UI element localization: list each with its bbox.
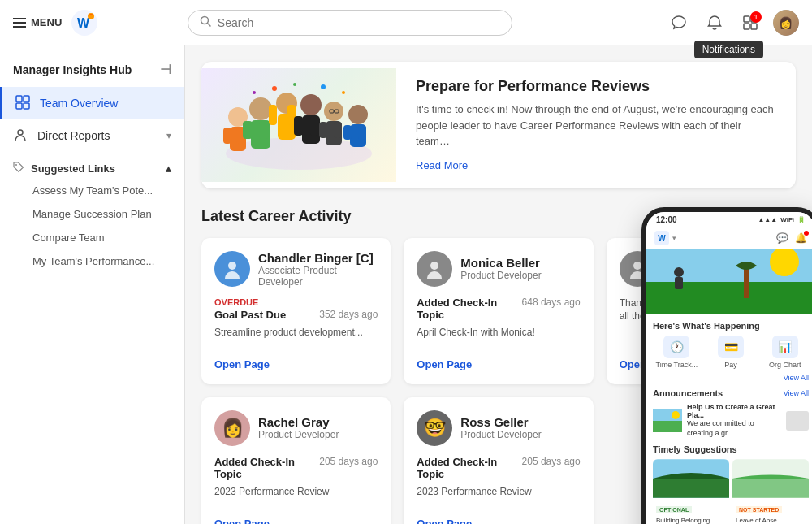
sidebar-link-performance[interactable]: My Team's Performance...	[0, 249, 184, 273]
avatar-chandler	[214, 251, 250, 287]
activity-title-monica: Added Check-In Topic	[417, 297, 515, 321]
search-icon	[200, 15, 211, 30]
card-monica: Monica Beller Product Developer Added Ch…	[404, 238, 593, 384]
svg-rect-54	[744, 266, 749, 298]
announcements-section: Announcements View All Help Us t	[653, 388, 809, 438]
card-ross: 🤓 Ross Geller Product Developer Added Ch…	[404, 397, 593, 525]
whats-happening-section: Here's What's Happening 🕐 Time Track... …	[653, 321, 809, 382]
svg-text:W: W	[77, 16, 90, 30]
svg-rect-26	[269, 105, 277, 125]
svg-point-55	[674, 267, 684, 277]
search-bar[interactable]	[188, 10, 512, 36]
card-name-rachel: Rachel Gray	[258, 415, 339, 429]
phone-content: Here's What's Happening 🕐 Time Track... …	[646, 314, 812, 524]
timely-suggestions-title: Timely Suggestions	[653, 444, 809, 454]
card-body-chandler: OVERDUE Goal Past Due 352 days ago Strea…	[214, 297, 378, 347]
sidebar-collapse-button[interactable]: ⊣	[160, 62, 171, 77]
svg-point-20	[249, 97, 272, 120]
phone-bell-icon[interactable]: 🔔	[795, 232, 807, 244]
card-body-monica: Added Check-In Topic 648 days ago April …	[417, 297, 580, 347]
direct-reports-label: Direct Reports	[37, 129, 110, 142]
svg-point-28	[300, 94, 322, 115]
org-chart-label: Org Chart	[769, 361, 801, 369]
sidebar-item-team-overview[interactable]: Team Overview	[0, 87, 184, 119]
direct-reports-chevron: ▾	[166, 130, 171, 141]
phone-logo-area: W ▾	[654, 231, 676, 245]
org-chart-icon: 📊	[772, 336, 798, 358]
activity-desc-monica: April Check-In with Monica!	[417, 326, 580, 340]
open-page-ross[interactable]: Open Page	[417, 518, 472, 525]
card-footer-rachel: Open Page	[214, 516, 378, 525]
card-info-rachel: Rachel Gray Product Developer	[258, 415, 339, 440]
hero-banner: Prepare for Performance Reviews It's tim…	[201, 62, 796, 188]
chat-button[interactable]	[666, 10, 692, 36]
direct-reports-icon	[13, 128, 29, 144]
suggested-links-label: Suggested Links	[31, 162, 115, 175]
card-role-chandler: Associate Product Developer	[258, 265, 378, 288]
sidebar-link-compare[interactable]: Compare Team	[0, 226, 184, 249]
user-avatar[interactable]: 👩	[773, 10, 799, 36]
open-page-chandler[interactable]: Open Page	[214, 358, 270, 370]
app-logo[interactable]: W	[71, 10, 97, 36]
suggested-links-header[interactable]: Suggested Links ▴	[13, 162, 171, 175]
card-footer-ross: Open Page	[417, 516, 580, 525]
svg-rect-34	[319, 122, 327, 138]
team-overview-icon	[15, 95, 32, 111]
phone-view-all[interactable]: View All	[653, 374, 809, 382]
open-page-monica[interactable]: Open Page	[417, 358, 472, 370]
svg-rect-23	[259, 121, 269, 139]
card-name-chandler: Chandler Binger [C]	[258, 251, 378, 265]
timely-badge-not-started: NOT STARTED	[736, 506, 782, 513]
search-input[interactable]	[218, 16, 500, 29]
phone-app-header: W ▾ 💬 🔔	[646, 227, 812, 249]
svg-rect-52	[646, 282, 812, 314]
card-name-monica: Monica Beller	[460, 256, 541, 270]
phone-dropdown-icon: ▾	[672, 234, 676, 242]
phone-quick-org-chart[interactable]: 📊 Org Chart	[761, 336, 809, 369]
sidebar-link-assess[interactable]: Assess My Team's Pote...	[0, 179, 184, 202]
phone-header-icons: 💬 🔔	[776, 232, 807, 244]
svg-point-14	[15, 164, 17, 166]
app-header: MENU W	[0, 0, 812, 45]
announcements-view-all[interactable]: View All	[784, 389, 809, 397]
hero-read-more-link[interactable]: Read More	[416, 159, 468, 171]
phone-quick-time-track[interactable]: 🕐 Time Track...	[653, 336, 701, 369]
menu-button[interactable]: MENU	[13, 16, 62, 28]
sidebar-item-direct-reports[interactable]: Direct Reports ▾	[0, 119, 184, 152]
svg-rect-42	[358, 125, 366, 140]
hamburger-icon	[13, 18, 26, 28]
svg-rect-18	[223, 128, 231, 144]
card-role-rachel: Product Developer	[258, 429, 339, 440]
apps-button[interactable]: 1	[737, 10, 763, 36]
card-info-chandler: Chandler Binger [C] Associate Product De…	[258, 251, 378, 288]
timely-image-leave	[732, 459, 809, 498]
card-activity-chandler: Goal Past Due 352 days ago	[214, 309, 378, 321]
card-footer-monica: Open Page	[417, 357, 580, 371]
sidebar-link-succession[interactable]: Manage Succession Plan	[0, 202, 184, 226]
svg-rect-41	[343, 125, 352, 140]
phone-overlay: 12:00 ▲▲▲ WiFi 🔋 W ▾ 💬 🔔	[641, 207, 812, 524]
svg-rect-56	[675, 277, 683, 289]
svg-point-44	[293, 83, 296, 86]
card-role-ross: Product Developer	[460, 429, 541, 440]
card-header-rachel: 👩 Rachel Gray Product Developer	[214, 410, 378, 446]
phone-quick-pay[interactable]: 💳 Pay	[707, 336, 755, 369]
notifications-button[interactable]	[702, 10, 728, 36]
phone-chat-icon[interactable]: 💬	[776, 232, 788, 244]
activity-title-ross: Added Check-In Topic	[417, 456, 515, 480]
svg-rect-5	[744, 16, 749, 22]
card-header-chandler: Chandler Binger [C] Associate Product De…	[214, 251, 378, 288]
timely-card-building[interactable]: OPTIONAL Building Belonging	[653, 459, 729, 524]
svg-rect-58	[653, 421, 682, 432]
hero-description: It's time to check in! Now through the e…	[416, 102, 776, 149]
svg-rect-63	[732, 479, 809, 498]
announcements-title: Announcements	[653, 388, 723, 398]
timely-label-building: OPTIONAL Building Belonging	[653, 498, 729, 524]
open-page-rachel[interactable]: Open Page	[214, 518, 270, 525]
activity-title-rachel: Added Check-In Topic	[214, 456, 313, 480]
svg-point-48	[228, 262, 236, 270]
timely-card-leave[interactable]: NOT STARTED Leave of Abse...	[732, 459, 809, 524]
activity-title-chandler: Goal Past Due	[214, 309, 286, 321]
hero-title: Prepare for Performance Reviews	[416, 78, 776, 95]
phone-time: 12:00	[656, 215, 677, 224]
